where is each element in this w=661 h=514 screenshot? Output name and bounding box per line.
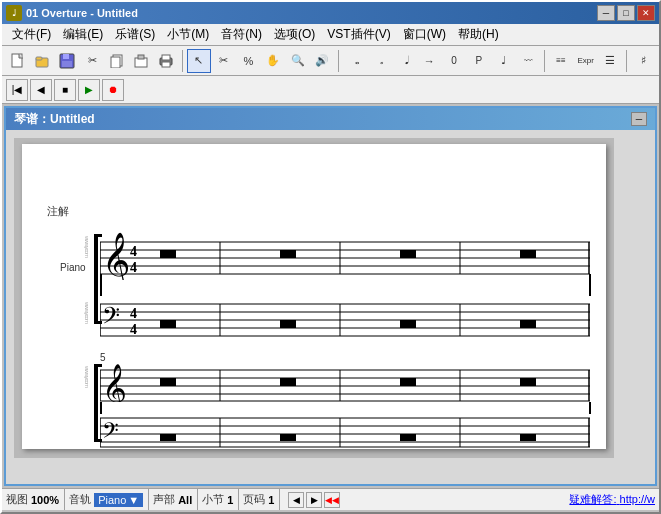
rewind-button[interactable]: |◀: [6, 79, 28, 101]
help-link[interactable]: 疑难解答: http://w: [569, 492, 655, 507]
title-bar-left: ♩ 01 Overture - Untitled: [6, 5, 138, 21]
voice-label: 声部: [153, 492, 175, 507]
help-label: 疑难解答:: [569, 493, 616, 505]
svg-rect-74: [280, 434, 296, 441]
stop-button[interactable]: ■: [54, 79, 76, 101]
svg-rect-11: [162, 55, 170, 60]
hand-tool[interactable]: ✋: [261, 49, 285, 73]
watermark3: www.y.com: [84, 366, 90, 387]
svg-rect-5: [62, 61, 72, 67]
track-value: Piano: [98, 494, 126, 506]
menu-window[interactable]: 窗口(W): [397, 24, 452, 45]
note-icon[interactable]: ♩: [492, 49, 516, 73]
main-toolbar: ✂ ↖ ✂ % ✋ 🔍 🔊 𝅝 𝅗 𝅘𝅥 → 0 P ♩ 〰 ≡≡ Expr ☰: [2, 46, 659, 76]
note-dur-3[interactable]: 𝅘𝅥: [393, 49, 417, 73]
help-value: http://w: [620, 493, 655, 505]
speaker-tool[interactable]: 🔊: [311, 49, 335, 73]
instrument-name: Piano: [60, 262, 86, 273]
main-window: ♩ 01 Overture - Untitled ─ □ ✕ 文件(F) 编辑(…: [0, 0, 661, 514]
menu-options[interactable]: 选项(O): [268, 24, 321, 45]
scissors-tool[interactable]: ✂: [212, 49, 236, 73]
svg-rect-60: [400, 378, 416, 386]
status-measure: 小节 1: [202, 489, 239, 510]
voice-value: All: [178, 494, 192, 506]
note-arrow[interactable]: →: [417, 49, 441, 73]
open-button[interactable]: [31, 49, 55, 73]
svg-rect-27: [280, 250, 296, 258]
menu-measure[interactable]: 小节(M): [161, 24, 215, 45]
page-nav-right[interactable]: ▶: [306, 492, 322, 508]
minimize-button[interactable]: ─: [597, 5, 615, 21]
print-button[interactable]: [154, 49, 178, 73]
menu-note[interactable]: 音符(N): [215, 24, 268, 45]
score-panel-label: 琴谱：Untitled: [14, 111, 95, 128]
svg-text:𝄢: 𝄢: [102, 419, 119, 448]
treble-staff-2: 𝄞: [100, 362, 590, 402]
score-panel-collapse[interactable]: ─: [631, 112, 647, 126]
svg-rect-61: [520, 378, 536, 386]
page-value: 1: [268, 494, 274, 506]
connect-line-4: [589, 402, 591, 414]
svg-rect-46: [520, 320, 536, 328]
menu-bar: 文件(F) 编辑(E) 乐谱(S) 小节(M) 音符(N) 选项(O) VST插…: [2, 24, 659, 46]
sharp-tool[interactable]: ♯: [631, 49, 655, 73]
record-button[interactable]: ⏺: [102, 79, 124, 101]
menu-file[interactable]: 文件(F): [6, 24, 57, 45]
track-label: 音轨: [69, 492, 91, 507]
new-button[interactable]: [6, 49, 30, 73]
track-dropdown[interactable]: Piano ▼: [94, 493, 143, 507]
playback-bar: |◀ ◀ ■ ▶ ⏺: [2, 76, 659, 104]
menu-edit[interactable]: 编辑(E): [57, 24, 109, 45]
page-label: 页码: [243, 492, 265, 507]
page-nav-red[interactable]: ◀◀: [324, 492, 340, 508]
cut-button[interactable]: ✂: [80, 49, 104, 73]
piano-label: Piano: [60, 262, 86, 273]
svg-text:4: 4: [130, 306, 137, 321]
note-p[interactable]: P: [467, 49, 491, 73]
annotation-text: 注解: [47, 204, 69, 219]
menu-vst[interactable]: VST插件(V): [321, 24, 396, 45]
track-dropdown-arrow: ▼: [128, 494, 139, 506]
paste-button[interactable]: [130, 49, 154, 73]
prev-button[interactable]: ◀: [30, 79, 52, 101]
expr-tool[interactable]: Expr: [574, 49, 598, 73]
zoom-tool[interactable]: 🔍: [286, 49, 310, 73]
measure-label: 小节: [202, 492, 224, 507]
toolbar-separator-2: [338, 50, 339, 72]
save-button[interactable]: [55, 49, 79, 73]
svg-rect-12: [162, 62, 170, 67]
svg-rect-43: [160, 320, 176, 328]
status-track: 音轨 Piano ▼: [69, 489, 149, 510]
menu-score[interactable]: 乐谱(S): [109, 24, 161, 45]
status-voice: 声部 All: [153, 489, 198, 510]
menu-help[interactable]: 帮助(H): [452, 24, 505, 45]
svg-rect-4: [63, 54, 69, 59]
measure-value: 1: [227, 494, 233, 506]
watermark2: www.y.com: [84, 302, 90, 323]
svg-rect-73: [160, 434, 176, 441]
svg-rect-76: [520, 434, 536, 441]
bass-staff-2: 𝄢: [100, 412, 590, 448]
note-dur-1[interactable]: 𝅝: [343, 49, 367, 73]
svg-rect-26: [160, 250, 176, 258]
select-tool[interactable]: ↖: [187, 49, 211, 73]
toolbar-separator-1: [182, 50, 183, 72]
maximize-button[interactable]: □: [617, 5, 635, 21]
app-icon: ♩: [6, 5, 22, 21]
svg-rect-75: [400, 434, 416, 441]
close-button[interactable]: ✕: [637, 5, 655, 21]
copy-button[interactable]: [105, 49, 129, 73]
sheet-area: 注解 Piano www.y.com www.y.com: [14, 138, 614, 458]
svg-rect-44: [280, 320, 296, 328]
play-button[interactable]: ▶: [78, 79, 100, 101]
svg-rect-2: [36, 57, 42, 60]
page-nav-left[interactable]: ◀: [288, 492, 304, 508]
percent-tool[interactable]: %: [236, 49, 260, 73]
menu-tool[interactable]: ☰: [598, 49, 622, 73]
note-zero[interactable]: 0: [442, 49, 466, 73]
title-placeholder-box: [222, 148, 342, 180]
note-dur-2[interactable]: 𝅗: [368, 49, 392, 73]
trill-tool[interactable]: 〰: [516, 49, 540, 73]
view-label: 视图: [6, 492, 28, 507]
repeat-tool[interactable]: ≡≡: [549, 49, 573, 73]
